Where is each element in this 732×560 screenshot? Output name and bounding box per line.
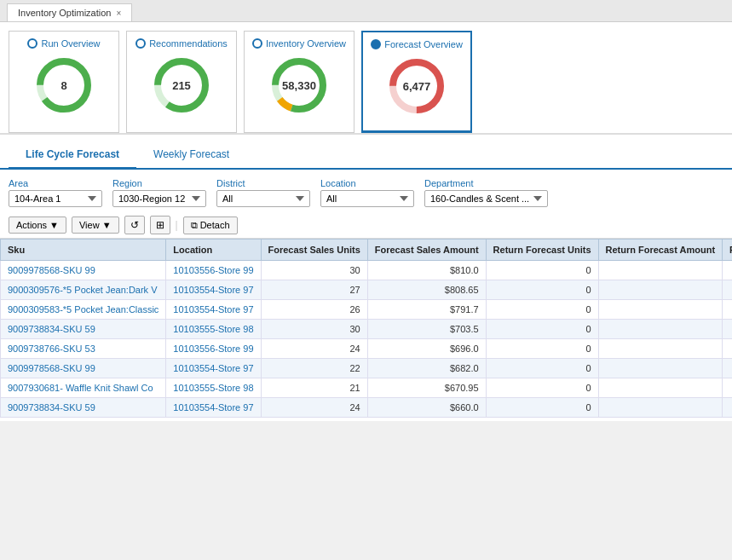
- main-content: Run Overview8Recommendations215Inventory…: [0, 22, 732, 421]
- cell-returnForecastAmount: [598, 378, 723, 398]
- actions-button[interactable]: Actions ▼: [9, 216, 66, 234]
- cell-returnForecastAmount: [598, 261, 723, 280]
- location-select-label: Location: [320, 178, 414, 188]
- location-select[interactable]: All: [320, 190, 414, 207]
- table-row: 9009978568-SKU 9910103556-Store 9930$810…: [1, 261, 733, 280]
- cell-returnForecastAmount: [598, 280, 723, 300]
- tab-close-icon[interactable]: ×: [116, 9, 121, 18]
- cell-remainingWeeks: 9: [723, 378, 732, 398]
- sub-tab-weekly-forecast[interactable]: Weekly Forecast: [136, 141, 246, 170]
- cell-returnForecastUnits: 0: [486, 378, 598, 398]
- table-row: 9009738834-SKU 5910103554-Store 9724$660…: [1, 398, 733, 418]
- cell-location[interactable]: 10103556-Store 99: [166, 339, 261, 359]
- cell-remainingWeeks: 9: [723, 280, 732, 300]
- actions-chevron-icon: ▼: [49, 220, 59, 230]
- run-overview-card[interactable]: Run Overview8: [9, 31, 119, 133]
- actions-label: Actions: [16, 220, 47, 230]
- inventory-overview-card[interactable]: Inventory Overview58,330: [244, 31, 354, 133]
- cell-forecastSalesUnits: 21: [261, 378, 367, 398]
- cell-location[interactable]: 10103554-Store 97: [166, 300, 261, 320]
- cell-sku[interactable]: 9007930681- Waffle Knit Shawl Co: [1, 378, 166, 398]
- cell-sku[interactable]: 9000309576-*5 Pocket Jean:Dark V: [1, 280, 166, 300]
- forecast-overview-title-text: Forecast Overview: [384, 39, 463, 49]
- cell-returnForecastUnits: 0: [486, 339, 598, 359]
- district-select[interactable]: All: [216, 190, 310, 207]
- forecast-overview-donut-wrapper: 6,477: [387, 56, 447, 116]
- cell-location[interactable]: 10103554-Store 97: [166, 359, 261, 378]
- cell-forecastSalesAmount: $696.0: [367, 339, 486, 359]
- cell-sku[interactable]: 9009978568-SKU 99: [1, 261, 166, 280]
- recommendations-radio-icon: [135, 38, 146, 49]
- recommendations-card[interactable]: Recommendations215: [126, 31, 237, 133]
- view-chevron-icon: ▼: [102, 220, 112, 230]
- sub-tabs: Life Cycle ForecastWeekly Forecast: [0, 141, 732, 170]
- cell-forecastSalesUnits: 27: [261, 280, 367, 300]
- cell-sku[interactable]: 9000309583-*5 Pocket Jean:Classic: [1, 300, 166, 320]
- cell-location[interactable]: 10103554-Store 97: [166, 398, 261, 418]
- cell-returnForecastUnits: 0: [486, 398, 598, 418]
- col-header-location: Location: [166, 240, 261, 261]
- table-row: 9000309576-*5 Pocket Jean:Dark V10103554…: [1, 280, 733, 300]
- forecast-overview-card[interactable]: Forecast Overview6,477: [361, 31, 472, 133]
- view-button[interactable]: View ▼: [72, 216, 119, 234]
- region-select[interactable]: 1030-Region 12: [112, 190, 206, 207]
- run-overview-donut-wrapper: 8: [34, 55, 94, 115]
- tab-label: Inventory Optimization: [18, 8, 111, 18]
- cell-location[interactable]: 10103554-Store 97: [166, 280, 261, 300]
- table-row: 9009738834-SKU 5910103555-Store 9830$703…: [1, 320, 733, 339]
- table-row: 9009738766-SKU 5310103556-Store 9924$696…: [1, 339, 733, 359]
- inventory-optimization-tab[interactable]: Inventory Optimization ×: [7, 3, 132, 21]
- table-row: 9009978568-SKU 9910103554-Store 9722$682…: [1, 359, 733, 378]
- cell-sku[interactable]: 9009978568-SKU 99: [1, 359, 166, 378]
- cell-location[interactable]: 10103556-Store 99: [166, 261, 261, 280]
- top-tab-bar: Inventory Optimization ×: [0, 0, 732, 22]
- inventory-overview-title-text: Inventory Overview: [266, 38, 346, 49]
- cell-sku[interactable]: 9009738834-SKU 59: [1, 398, 166, 418]
- filter-row: Area104-Area 1Region1030-Region 12Distri…: [0, 170, 732, 212]
- cell-forecastSalesUnits: 26: [261, 300, 367, 320]
- detach-label: Detach: [200, 220, 230, 230]
- table-wrapper: SkuLocationForecast Sales UnitsForecast …: [0, 239, 732, 421]
- cell-forecastSalesAmount: $791.7: [367, 300, 486, 320]
- department-select-label: Department: [424, 178, 548, 188]
- sub-tab-life-cycle-forecast[interactable]: Life Cycle Forecast: [9, 141, 136, 170]
- cell-location[interactable]: 10103555-Store 98: [166, 320, 261, 339]
- cell-remainingWeeks: 9: [723, 300, 732, 320]
- detach-button[interactable]: ⧉ Detach: [183, 216, 238, 234]
- area-select-group: Area104-Area 1: [9, 178, 102, 207]
- recommendations-title: Recommendations: [135, 38, 228, 49]
- cell-forecastSalesAmount: $810.0: [367, 261, 486, 280]
- location-select-group: LocationAll: [320, 178, 414, 207]
- run-overview-title-text: Run Overview: [41, 38, 100, 49]
- cell-returnForecastUnits: 0: [486, 261, 598, 280]
- cell-forecastSalesUnits: 24: [261, 339, 367, 359]
- col-header-returnForecastAmount: Return Forecast Amount: [598, 240, 723, 261]
- cell-returnForecastAmount: [598, 359, 723, 378]
- area-select[interactable]: 104-Area 1: [9, 190, 102, 207]
- cell-returnForecastAmount: [598, 339, 723, 359]
- cell-returnForecastAmount: [598, 300, 723, 320]
- data-table: SkuLocationForecast Sales UnitsForecast …: [0, 239, 732, 418]
- department-select[interactable]: 160-Candles & Scent ...: [424, 190, 548, 207]
- cell-forecastSalesAmount: $670.95: [367, 378, 486, 398]
- area-select-label: Area: [9, 178, 102, 188]
- table-row: 9000309583-*5 Pocket Jean:Classic1010355…: [1, 300, 733, 320]
- grid-view-button[interactable]: ⊞: [150, 216, 170, 234]
- cell-sku[interactable]: 9009738834-SKU 59: [1, 320, 166, 339]
- cell-forecastSalesUnits: 22: [261, 359, 367, 378]
- cell-remainingWeeks: 9: [723, 320, 732, 339]
- department-select-group: Department160-Candles & Scent ...: [424, 178, 548, 207]
- region-select-label: Region: [112, 178, 206, 188]
- col-header-forecastSalesAmount: Forecast Sales Amount: [367, 240, 486, 261]
- refresh-button[interactable]: ↺: [124, 216, 145, 234]
- toolbar-divider: |: [176, 219, 178, 231]
- cell-location[interactable]: 10103555-Store 98: [166, 378, 261, 398]
- cell-returnForecastUnits: 0: [486, 300, 598, 320]
- overview-cards: Run Overview8Recommendations215Inventory…: [0, 22, 732, 135]
- toolbar: Actions ▼ View ▼ ↺ ⊞ | ⧉ Detach: [0, 212, 732, 239]
- inventory-overview-title: Inventory Overview: [252, 38, 346, 49]
- cell-remainingWeeks: 9: [723, 398, 732, 418]
- cell-sku[interactable]: 9009738766-SKU 53: [1, 339, 166, 359]
- cell-forecastSalesUnits: 30: [261, 320, 367, 339]
- col-header-returnForecastUnits: Return Forecast Units: [486, 240, 598, 261]
